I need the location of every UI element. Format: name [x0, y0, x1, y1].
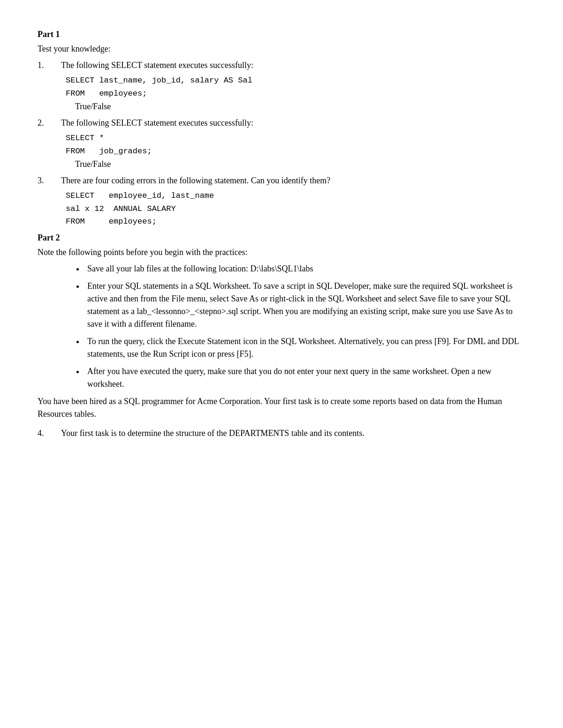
part2-heading: Part 2 [38, 232, 525, 244]
item-1-answer: True/False [75, 100, 525, 113]
item-2-code-line-2: FROM job_grades; [66, 145, 525, 158]
list-item: 1. The following SELECT statement execut… [38, 59, 525, 113]
item-4-description: Your first task is to determine the stru… [61, 427, 525, 440]
part1-intro: Test your knowledge: [38, 43, 525, 55]
item-2-code-line-1: SELECT * [66, 132, 525, 144]
item-2-row: 2. The following SELECT statement execut… [38, 117, 525, 129]
item-1-code-line-1: SELECT last_name, job_id, salary AS Sal [66, 75, 525, 87]
item-1-row: 1. The following SELECT statement execut… [38, 59, 525, 72]
part2-section: Part 2 Note the following points before … [38, 232, 525, 440]
item-4-row: 4. Your first task is to determine the s… [38, 427, 525, 440]
part1-heading: Part 1 [38, 28, 525, 41]
bullet-1-text: Save all your lab files at the following… [87, 264, 313, 273]
list-item: After you have executed the query, make … [84, 365, 525, 390]
item-3-code-line-3: FROM employees; [66, 216, 525, 228]
list-item: 3. There are four coding errors in the f… [38, 174, 525, 228]
item-3-description: There are four coding errors in the foll… [61, 174, 525, 187]
item-2-answer: True/False [75, 158, 525, 171]
list-item: Save all your lab files at the following… [84, 263, 525, 275]
item-4-number: 4. [38, 427, 61, 440]
bullet-4-text: After you have executed the query, make … [87, 367, 492, 389]
bullet-3-text: To run the query, click the Execute Stat… [87, 337, 519, 359]
part2-paragraph: You have been hired as a SQL programmer … [38, 395, 525, 420]
item-3-row: 3. There are four coding errors in the f… [38, 174, 525, 187]
item-2-description: The following SELECT statement executes … [61, 117, 525, 129]
bullet-2-text: Enter your SQL statements in a SQL Works… [87, 281, 513, 329]
item-2-number: 2. [38, 117, 61, 129]
list-item: 2. The following SELECT statement execut… [38, 117, 525, 171]
item-3-code-line-1: SELECT employee_id, last_name [66, 190, 525, 202]
item-1-code-line-2: FROM employees; [66, 88, 525, 100]
list-item: To run the query, click the Execute Stat… [84, 335, 525, 360]
list-item: Enter your SQL statements in a SQL Works… [84, 280, 525, 330]
part1-section: Part 1 Test your knowledge: 1. The follo… [38, 28, 525, 228]
item-3-number: 3. [38, 174, 61, 187]
list-item: 4. Your first task is to determine the s… [38, 427, 525, 440]
part2-bullet-list: Save all your lab files at the following… [84, 263, 525, 390]
item-3-code-line-2: sal x 12 ANNUAL SALARY [66, 203, 525, 215]
item-1-number: 1. [38, 59, 61, 72]
item-1-description: The following SELECT statement executes … [61, 59, 525, 72]
part2-intro: Note the following points before you beg… [38, 246, 525, 259]
